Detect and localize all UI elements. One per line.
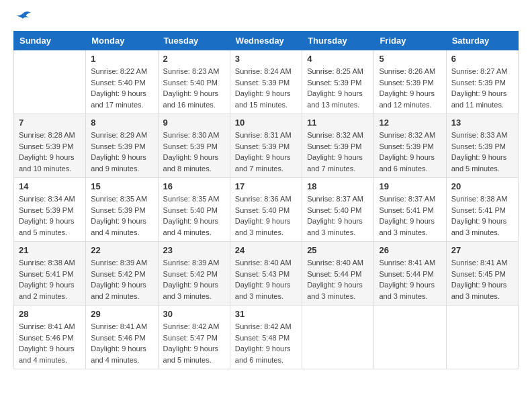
day-number: 12 [379,118,441,128]
day-info: Sunrise: 8:37 AMSunset: 5:41 PMDaylight:… [379,193,441,238]
day-info: Sunrise: 8:36 AMSunset: 5:40 PMDaylight:… [235,193,297,238]
day-number: 5 [379,54,441,64]
logo [13,11,32,26]
day-number: 17 [235,181,297,191]
calendar-cell: 1Sunrise: 8:22 AMSunset: 5:40 PMDaylight… [86,50,158,114]
calendar-cell: 28Sunrise: 8:41 AMSunset: 5:46 PMDayligh… [14,306,86,369]
day-number: 6 [451,54,513,64]
day-info: Sunrise: 8:26 AMSunset: 5:39 PMDaylight:… [379,66,441,110]
calendar-cell [14,50,86,114]
day-info: Sunrise: 8:22 AMSunset: 5:40 PMDaylight:… [91,66,152,110]
calendar-cell [302,306,374,369]
calendar-week-row: 21Sunrise: 8:38 AMSunset: 5:41 PMDayligh… [14,242,519,306]
day-number: 26 [379,245,441,255]
day-info: Sunrise: 8:42 AMSunset: 5:48 PMDaylight:… [235,321,297,365]
day-number: 3 [235,54,297,64]
day-info: Sunrise: 8:42 AMSunset: 5:47 PMDaylight:… [163,321,225,365]
day-info: Sunrise: 8:40 AMSunset: 5:44 PMDaylight:… [307,257,369,302]
calendar-table: SundayMondayTuesdayWednesdayThursdayFrid… [13,31,519,369]
day-info: Sunrise: 8:38 AMSunset: 5:41 PMDaylight:… [451,193,513,238]
day-info: Sunrise: 8:41 AMSunset: 5:44 PMDaylight:… [379,257,441,302]
logo-bird-icon [13,11,32,26]
day-info: Sunrise: 8:39 AMSunset: 5:42 PMDaylight:… [163,257,225,302]
calendar-cell: 22Sunrise: 8:39 AMSunset: 5:42 PMDayligh… [86,242,158,306]
calendar-cell: 3Sunrise: 8:24 AMSunset: 5:39 PMDaylight… [230,50,302,114]
day-info: Sunrise: 8:33 AMSunset: 5:39 PMDaylight:… [451,130,513,174]
day-info: Sunrise: 8:29 AMSunset: 5:39 PMDaylight:… [91,130,152,174]
calendar-cell: 25Sunrise: 8:40 AMSunset: 5:44 PMDayligh… [302,242,374,306]
calendar-cell: 2Sunrise: 8:23 AMSunset: 5:40 PMDaylight… [158,50,230,114]
day-number: 2 [163,54,225,64]
day-number: 25 [307,245,369,255]
calendar-cell: 24Sunrise: 8:40 AMSunset: 5:43 PMDayligh… [230,242,302,306]
calendar-cell: 31Sunrise: 8:42 AMSunset: 5:48 PMDayligh… [230,306,302,369]
day-info: Sunrise: 8:25 AMSunset: 5:39 PMDaylight:… [307,66,369,110]
day-info: Sunrise: 8:39 AMSunset: 5:42 PMDaylight:… [91,257,152,302]
day-number: 19 [379,181,441,191]
day-number: 30 [163,309,225,319]
calendar-cell: 26Sunrise: 8:41 AMSunset: 5:44 PMDayligh… [374,242,446,306]
day-number: 20 [451,181,513,191]
calendar-cell: 21Sunrise: 8:38 AMSunset: 5:41 PMDayligh… [14,242,86,306]
day-info: Sunrise: 8:30 AMSunset: 5:39 PMDaylight:… [163,130,225,174]
day-info: Sunrise: 8:34 AMSunset: 5:39 PMDaylight:… [19,193,81,238]
day-info: Sunrise: 8:27 AMSunset: 5:39 PMDaylight:… [451,66,513,110]
day-number: 27 [451,245,513,255]
calendar-cell: 6Sunrise: 8:27 AMSunset: 5:39 PMDaylight… [446,50,518,114]
day-number: 31 [235,309,297,319]
calendar-cell: 14Sunrise: 8:34 AMSunset: 5:39 PMDayligh… [14,178,86,242]
header-wednesday: Wednesday [230,32,302,50]
header-saturday: Saturday [446,32,518,50]
day-info: Sunrise: 8:35 AMSunset: 5:40 PMDaylight:… [163,193,225,238]
day-number: 29 [91,309,152,319]
page-header [13,11,519,26]
day-number: 7 [19,118,81,128]
day-number: 28 [19,309,81,319]
calendar-cell: 11Sunrise: 8:32 AMSunset: 5:39 PMDayligh… [302,114,374,178]
day-number: 8 [91,118,152,128]
day-info: Sunrise: 8:31 AMSunset: 5:39 PMDaylight:… [235,130,297,174]
header-sunday: Sunday [14,32,86,50]
calendar-cell: 10Sunrise: 8:31 AMSunset: 5:39 PMDayligh… [230,114,302,178]
day-info: Sunrise: 8:37 AMSunset: 5:40 PMDaylight:… [307,193,369,238]
calendar-cell [374,306,446,369]
calendar-header-row: SundayMondayTuesdayWednesdayThursdayFrid… [14,32,519,50]
calendar-cell: 18Sunrise: 8:37 AMSunset: 5:40 PMDayligh… [302,178,374,242]
day-number: 24 [235,245,297,255]
calendar-cell: 15Sunrise: 8:35 AMSunset: 5:39 PMDayligh… [86,178,158,242]
day-info: Sunrise: 8:32 AMSunset: 5:39 PMDaylight:… [379,130,441,174]
calendar-cell: 13Sunrise: 8:33 AMSunset: 5:39 PMDayligh… [446,114,518,178]
header-friday: Friday [374,32,446,50]
calendar-cell [446,306,518,369]
day-info: Sunrise: 8:35 AMSunset: 5:39 PMDaylight:… [91,193,152,238]
day-info: Sunrise: 8:32 AMSunset: 5:39 PMDaylight:… [307,130,369,174]
day-info: Sunrise: 8:38 AMSunset: 5:41 PMDaylight:… [19,257,81,302]
day-info: Sunrise: 8:28 AMSunset: 5:39 PMDaylight:… [19,130,81,174]
day-number: 14 [19,181,81,191]
calendar-cell: 27Sunrise: 8:41 AMSunset: 5:45 PMDayligh… [446,242,518,306]
calendar-week-row: 7Sunrise: 8:28 AMSunset: 5:39 PMDaylight… [14,114,519,178]
day-number: 1 [91,54,152,64]
day-info: Sunrise: 8:23 AMSunset: 5:40 PMDaylight:… [163,66,225,110]
calendar-week-row: 14Sunrise: 8:34 AMSunset: 5:39 PMDayligh… [14,178,519,242]
day-number: 16 [163,181,225,191]
day-info: Sunrise: 8:41 AMSunset: 5:46 PMDaylight:… [19,321,81,365]
header-monday: Monday [86,32,158,50]
day-number: 15 [91,181,152,191]
calendar-cell: 8Sunrise: 8:29 AMSunset: 5:39 PMDaylight… [86,114,158,178]
header-tuesday: Tuesday [158,32,230,50]
day-number: 4 [307,54,369,64]
calendar-week-row: 28Sunrise: 8:41 AMSunset: 5:46 PMDayligh… [14,306,519,369]
day-info: Sunrise: 8:24 AMSunset: 5:39 PMDaylight:… [235,66,297,110]
calendar-cell: 9Sunrise: 8:30 AMSunset: 5:39 PMDaylight… [158,114,230,178]
day-number: 10 [235,118,297,128]
calendar-cell: 5Sunrise: 8:26 AMSunset: 5:39 PMDaylight… [374,50,446,114]
calendar-cell: 29Sunrise: 8:41 AMSunset: 5:46 PMDayligh… [86,306,158,369]
calendar-cell: 19Sunrise: 8:37 AMSunset: 5:41 PMDayligh… [374,178,446,242]
calendar-cell: 30Sunrise: 8:42 AMSunset: 5:47 PMDayligh… [158,306,230,369]
day-number: 22 [91,245,152,255]
day-number: 18 [307,181,369,191]
day-number: 23 [163,245,225,255]
calendar-cell: 20Sunrise: 8:38 AMSunset: 5:41 PMDayligh… [446,178,518,242]
calendar-cell: 4Sunrise: 8:25 AMSunset: 5:39 PMDaylight… [302,50,374,114]
